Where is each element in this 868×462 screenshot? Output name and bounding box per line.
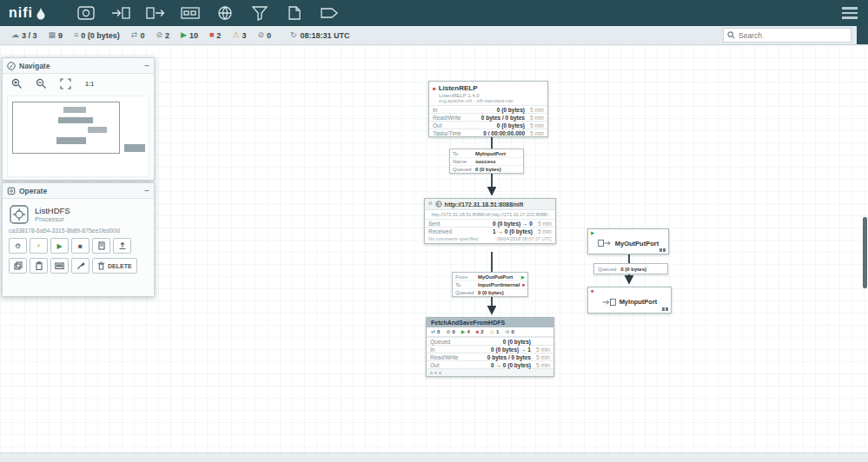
enable-button[interactable]: ⚡ [30, 238, 48, 254]
one-to-one-icon: 1:1 [85, 81, 94, 87]
minimap[interactable] [7, 96, 149, 177]
paste-button[interactable] [30, 258, 48, 274]
funnel-icon [249, 5, 270, 21]
stop-icon: ■ [209, 31, 214, 39]
stop-icon: ■ [476, 329, 480, 334]
remote-process-group-icon [215, 5, 235, 21]
rpg-comment: No comments specified [428, 236, 478, 241]
configure-button[interactable]: ⚙ [9, 238, 27, 254]
selected-component-name: ListHDFS [35, 206, 70, 215]
processor-icon [76, 5, 96, 21]
input-port-tool[interactable] [109, 4, 132, 22]
input-port-icon [602, 297, 616, 307]
run-status-stopped-icon[interactable]: ■ [433, 86, 436, 91]
stopped-port-icon: ■ [522, 282, 525, 287]
fill-color-button[interactable] [71, 258, 89, 274]
app-header: nifi [0, 0, 868, 26]
minimize-icon[interactable]: − [144, 187, 149, 195]
process-group-tool[interactable] [178, 4, 202, 22]
template-tool[interactable] [282, 4, 306, 22]
minimap-block [63, 107, 86, 113]
remote-process-group[interactable]: ⊘ http://172.31.18.51:8088/nifi http://1… [424, 198, 556, 244]
no-transmit-icon: ⊘ [446, 329, 450, 334]
play-icon: ▶ [181, 31, 187, 39]
search-box[interactable] [723, 28, 851, 43]
refresh-icon: ↻ [290, 31, 297, 39]
processor-bundle: org.apache.nifi - nifi-standard-nar [429, 98, 547, 105]
flow-canvas[interactable]: ■ ListenRELP ListenRELP 1.4.0 org.apache… [0, 45, 868, 462]
running-stat: ▶ 10 [181, 31, 198, 40]
play-icon: ▶ [56, 242, 62, 250]
output-port-tool[interactable] [143, 4, 167, 22]
operate-panel: Operate − ListHDFS Processor ca338178-6a… [2, 182, 155, 297]
minimize-icon[interactable]: − [144, 62, 149, 70]
process-group-fetchandsave[interactable]: FetchAndSaveFromHDFS ⇄0 ⊘0 ▶4 ■2 ⚠1 ⊘0 Q… [426, 317, 554, 377]
copy-icon [14, 261, 23, 270]
remote-process-group-tool[interactable] [213, 4, 236, 22]
upload-template-icon [118, 241, 127, 250]
processor-tool[interactable] [74, 4, 97, 22]
selected-component-id: ca338178-6a54-3315-8b89-875ee1fed00d [3, 227, 154, 238]
port-run-status-icon[interactable]: ▶ [591, 231, 594, 236]
transmit-icon: ⇄ [431, 329, 435, 334]
label-tool[interactable] [317, 4, 341, 22]
zoom-fit-button[interactable] [56, 77, 74, 90]
navigate-title: Navigate [19, 62, 50, 70]
connection-label-queued[interactable]: Queued 0 (0 bytes) [593, 263, 668, 274]
process-group-title: FetchAndSaveFromHDFS [427, 318, 553, 327]
zoom-actual-button[interactable]: 1:1 [81, 77, 98, 90]
disabled-icon: ⊘ [505, 329, 509, 334]
global-menu-button[interactable] [842, 7, 858, 19]
stat-row-out: Out 0 (0 bytes) 5 min [429, 121, 547, 129]
template-icon [284, 5, 305, 21]
group-button[interactable] [50, 258, 69, 274]
nifi-logo-text: nifi [9, 5, 33, 21]
stat-row-out: Out 0 → 0 (0 bytes) 5 min [427, 360, 553, 368]
transmit-icon: ⇄ [131, 31, 138, 39]
zoom-out-icon [36, 78, 47, 89]
copy-button[interactable] [9, 258, 27, 274]
disabled-icon: ⊘ [257, 31, 264, 39]
stopped-stat: ■ 2 [209, 31, 221, 40]
stat-row-sent: Sent 0 (0 bytes) → 0 5 min [425, 219, 555, 227]
disabled-stat: ⊘ 0 [257, 31, 271, 40]
stop-button[interactable]: ■ [71, 238, 89, 254]
gear-icon: ⚙ [15, 242, 21, 250]
search-input[interactable] [739, 31, 843, 40]
rpg-target-uris: http://172.31.18.51:8088/nifi,http://172… [431, 212, 552, 217]
invalid-stat: ⚠ 3 [232, 31, 246, 40]
zoom-out-button[interactable] [32, 77, 50, 90]
warning-icon: ⚠ [490, 329, 494, 334]
output-port-myoutputport[interactable]: ▶ MyOutPutPort [587, 228, 669, 254]
remote-group-icon [435, 201, 442, 208]
input-port-myinputport[interactable]: ■ MyInputPort [587, 287, 672, 314]
operate-title: Operate [19, 187, 47, 195]
minimap-block [56, 137, 86, 144]
vertical-scrollbar-thumb[interactable] [863, 217, 867, 288]
navigate-compass-icon [7, 62, 16, 70]
connection-label-success[interactable]: To MyInputPort Name success Queued 0 (0 … [449, 148, 524, 174]
delete-button[interactable]: DELETE [92, 258, 137, 274]
rpg-no-transmit-icon[interactable]: ⊘ [428, 201, 433, 207]
stat-row-tasks: Tasks/Time 0 / 00:00:00.000 5 min [429, 129, 547, 136]
process-group-footer [427, 368, 553, 376]
funnel-tool[interactable] [248, 4, 271, 22]
upload-template-button[interactable] [113, 238, 131, 254]
horizontal-scrollbar-track[interactable] [0, 452, 868, 462]
start-button[interactable]: ▶ [50, 238, 69, 254]
connection-label-internal[interactable]: From MyOutPutPort ▶ To InputPortInternal… [452, 272, 528, 297]
queue-list-icon: ≡ [74, 31, 78, 39]
statusbar-corner-block [857, 26, 868, 44]
not-transmitting-stat: ⊘ 2 [156, 31, 169, 40]
operate-icon [7, 187, 16, 195]
zoom-in-button[interactable] [8, 77, 25, 90]
create-template-button[interactable] [92, 238, 110, 254]
port-run-status-icon[interactable]: ■ [591, 289, 593, 294]
lightning-icon: ⚡ [36, 242, 42, 250]
refresh-status[interactable]: ↻ 08:18:31 UTC [290, 31, 350, 40]
last-refreshed-time: 08:18:31 UTC [301, 31, 350, 40]
nifi-app: nifi [0, 0, 868, 462]
group-icon [55, 261, 64, 270]
component-toolbar [74, 4, 341, 22]
processor-listenrelp[interactable]: ■ ListenRELP ListenRELP 1.4.0 org.apache… [428, 81, 548, 137]
